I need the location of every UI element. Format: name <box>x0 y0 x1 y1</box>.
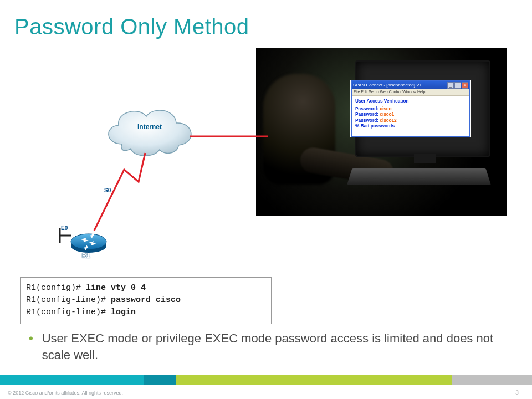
page-number: 3 <box>515 389 519 396</box>
network-diagram: Internet S0 E0 <box>58 100 257 266</box>
pwd-prompt: Password: <box>355 117 378 123</box>
footer-seg-teal1 <box>0 375 144 385</box>
cli-config-box: R1(config)# line vty 0 4 R1(config-line)… <box>20 277 272 324</box>
interface-s0-label: S0 <box>104 187 111 193</box>
slide-root: Password Only Method SPAN Connect - [dis… <box>0 0 532 399</box>
cli-line: R1(config)# line vty 0 4 <box>26 282 265 294</box>
terminal-body: User Access Verification Password: cisco… <box>352 96 469 136</box>
cli-prompt: R1(config-line)# <box>26 308 111 317</box>
pwd-line: Password: cisco <box>355 106 466 111</box>
attacker-photo: SPAN Connect - [disconnected] VT _ □ × F… <box>256 48 507 216</box>
cli-line: R1(config-line)# login <box>26 306 265 319</box>
copyright-text: © 2012 Cisco and/or its affiliates. All … <box>8 390 123 396</box>
router-label: R1 <box>82 252 90 259</box>
terminal-title: SPAN Connect - [disconnected] VT <box>353 83 422 88</box>
footer-seg-lime <box>176 375 452 385</box>
pwd-value: cisco12 <box>380 117 396 123</box>
slide-title: Password Only Method <box>14 14 249 39</box>
bad-passwords: % Bad passwords <box>355 123 466 129</box>
close-icon[interactable]: × <box>462 82 468 89</box>
bullet-text: User EXEC mode or privilege EXEC mode pa… <box>42 330 509 363</box>
footer-color-bar <box>0 375 532 385</box>
keyboard <box>347 168 491 185</box>
terminal-window: SPAN Connect - [disconnected] VT _ □ × F… <box>351 80 470 137</box>
minimize-icon[interactable]: _ <box>447 82 454 89</box>
pwd-prompt: Password: <box>355 106 378 111</box>
bullet-icon: • <box>29 330 33 363</box>
cli-cmd: line vty 0 4 <box>86 283 146 293</box>
terminal-menu[interactable]: File Edit Setup Web Control Window Help <box>352 89 469 96</box>
pwd-value: cisco1 <box>380 111 394 117</box>
cli-prompt: R1(config-line)# <box>26 295 111 305</box>
svg-point-3 <box>71 234 106 249</box>
maximize-icon[interactable]: □ <box>454 82 461 89</box>
pwd-line: Password: cisco1 <box>355 111 466 117</box>
pwd-value: cisco <box>380 106 391 111</box>
footer-seg-teal2 <box>144 375 176 385</box>
terminal-titlebar: SPAN Connect - [disconnected] VT _ □ × <box>352 81 469 89</box>
pwd-line: Password: cisco12 <box>355 117 466 123</box>
verify-label: User Access Verification <box>355 98 466 104</box>
cli-cmd: password cisco <box>111 295 181 305</box>
titlebar-buttons: _ □ × <box>447 82 468 89</box>
bullet-row: • User EXEC mode or privilege EXEC mode … <box>29 330 509 363</box>
monitor-stand <box>414 154 436 163</box>
cli-line: R1(config-line)# password cisco <box>26 294 265 306</box>
pwd-prompt: Password: <box>355 111 378 117</box>
cli-cmd: login <box>111 308 136 317</box>
cli-prompt: R1(config)# <box>26 283 86 293</box>
footer-seg-grey <box>452 375 532 385</box>
